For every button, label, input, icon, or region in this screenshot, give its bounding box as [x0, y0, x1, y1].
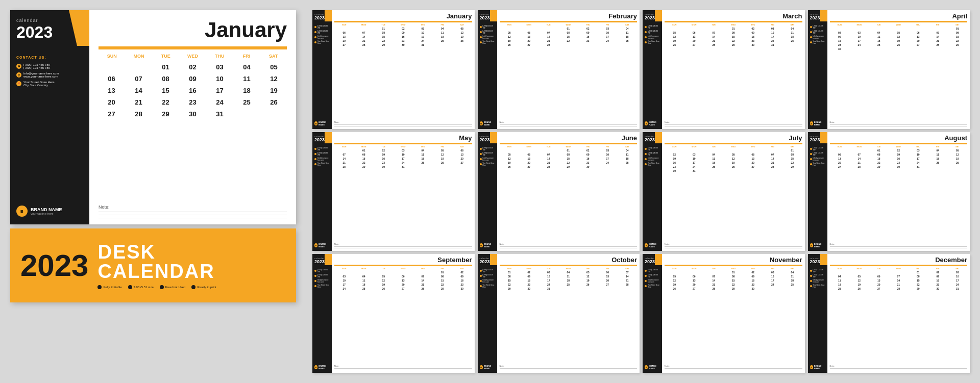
mini-day-hdr: WED — [889, 267, 909, 270]
mini-day-headers: SUNMONTUEWEDTHUFRISAT — [500, 267, 638, 270]
mini-day-hdr: WED — [558, 145, 578, 148]
mini-day: 10 — [909, 152, 928, 157]
mini-day: 14 — [889, 278, 909, 283]
mini-cal-february: calendar 2023 [+000] 123 456 789 [+000] … — [478, 10, 640, 129]
mini-day: 05 — [452, 27, 472, 31]
mini-day-hdr: MON — [354, 267, 374, 270]
main-cal-grid: ..01020304050607080910111213141516171819… — [99, 62, 287, 119]
mini-day: . — [869, 27, 889, 31]
mini-note-line-2 — [334, 126, 472, 126]
month-header-row: January — [99, 18, 287, 42]
mini-phone2: [+000] 123 456 789 — [810, 274, 825, 278]
mini-day-hdr: FRI — [598, 145, 618, 148]
mini-day: 26 — [500, 43, 520, 47]
mini-day: 17 — [394, 157, 413, 161]
mini-cal-label: calendar — [480, 13, 495, 16]
brand-tagline: your tagline here — [31, 212, 62, 215]
mini-phone2-icon — [480, 153, 482, 155]
mini-month-header: March — [665, 12, 802, 20]
mini-day: 16 — [452, 278, 472, 283]
mini-day: 15 — [433, 278, 453, 283]
mini-note-label: Note: — [334, 243, 472, 245]
mini-day: 28 — [889, 287, 909, 291]
mini-note: Note: — [334, 121, 472, 127]
mini-note-label: Note: — [334, 365, 472, 367]
cal-day: 05 — [261, 62, 287, 72]
mini-cal-september: calendar 2023 [+000] 123 456 789 [+000] … — [312, 254, 475, 373]
mini-left-panel: calendar 2023 [+000] 123 456 789 [+000] … — [643, 254, 662, 373]
mini-note: Note: — [665, 365, 802, 371]
mini-day: 31 — [413, 43, 433, 47]
mini-brand-icon: B — [810, 365, 813, 369]
mini-day: 21 — [849, 161, 869, 165]
mini-yellow-bar — [665, 21, 802, 22]
mini-day: 24 — [909, 161, 928, 165]
mini-day: 22 — [724, 283, 744, 287]
mini-day: 30 — [374, 165, 394, 169]
mini-day: 28 — [539, 43, 559, 47]
mini-phone-icon — [480, 148, 482, 150]
mini-day: 17 — [763, 35, 783, 39]
mini-day: 20 — [743, 161, 763, 165]
mini-day: 03 — [334, 274, 354, 278]
mini-phone2-icon — [645, 31, 647, 33]
mini-day-hdr: MON — [519, 145, 539, 148]
mini-day-headers: SUNMONTUEWEDTHUFRISAT — [830, 145, 968, 148]
mini-day: 29 — [782, 165, 802, 169]
mini-day: 13 — [743, 157, 763, 161]
mini-month-header: January — [334, 12, 472, 20]
mini-address: Your Street Gose Here — [314, 40, 330, 44]
mini-day: 24 — [598, 39, 618, 43]
mini-day: 01 — [869, 148, 889, 152]
mini-day: 20 — [394, 283, 413, 287]
mini-brand-icon: B — [480, 365, 483, 369]
mini-day: 03 — [763, 270, 783, 274]
mini-day: 14 — [354, 35, 374, 39]
mini-day: 29 — [724, 287, 744, 291]
mini-day-hdr: WED — [394, 145, 413, 148]
mini-right-panel: JuneSUNMONTUEWEDTHUFRISAT...010203040506… — [497, 132, 640, 251]
mini-day: 17 — [598, 157, 618, 161]
mini-email-icon — [314, 280, 316, 282]
mini-day: 03 — [684, 152, 704, 157]
mini-email: Info@yourname here.com — [645, 157, 660, 161]
mini-day-hdr: SUN — [500, 23, 520, 26]
mini-day: 22 — [374, 39, 394, 43]
cal-day: 29 — [153, 109, 179, 119]
mini-email-icon — [810, 158, 812, 160]
mini-email-icon — [480, 36, 482, 38]
mini-day: 25 — [558, 283, 578, 287]
mini-phone: [+000] 123 456 789 — [314, 25, 330, 29]
mini-address: Your Street Gose Here — [480, 162, 495, 166]
mini-day: . — [519, 27, 539, 31]
mini-day: 04 — [618, 148, 638, 152]
mini-day: 17 — [909, 157, 928, 161]
cover-features: Fully Editable 7.08×5.51 size Free font … — [97, 285, 216, 289]
mini-email: Info@yourname here.com — [480, 35, 495, 39]
mini-address: Your Street Gose Here — [480, 40, 495, 44]
mini-brand-icon: B — [480, 243, 483, 247]
mini-day: 16 — [394, 35, 413, 39]
mini-day: 10 — [763, 31, 783, 35]
mini-day-hdr: FRI — [928, 267, 948, 270]
mini-day: 06 — [684, 31, 704, 35]
mini-day: . — [909, 27, 928, 31]
mini-day: 16 — [519, 278, 539, 283]
mini-day-hdr: WED — [558, 23, 578, 26]
mini-email: Info@yourname here.com — [480, 157, 495, 161]
mini-contact: [+000] 123 456 789 [+000] 123 456 789 In… — [480, 25, 495, 45]
cal-day: 09 — [180, 73, 206, 84]
mini-day: 10 — [948, 274, 968, 278]
mini-phone-icon — [314, 270, 316, 272]
mini-day-hdr: THU — [578, 145, 598, 148]
mini-day-hdr: TUE — [374, 145, 394, 148]
mini-month-name: October — [611, 256, 637, 264]
mini-day: 28 — [618, 283, 638, 287]
mini-day: 09 — [928, 274, 948, 278]
mini-day: 20 — [519, 39, 539, 43]
mini-note-line-2 — [665, 126, 802, 126]
mini-day: . — [928, 27, 948, 31]
mini-day: 06 — [519, 152, 539, 157]
mini-day: 09 — [830, 35, 850, 39]
mini-day: 23 — [374, 161, 394, 165]
